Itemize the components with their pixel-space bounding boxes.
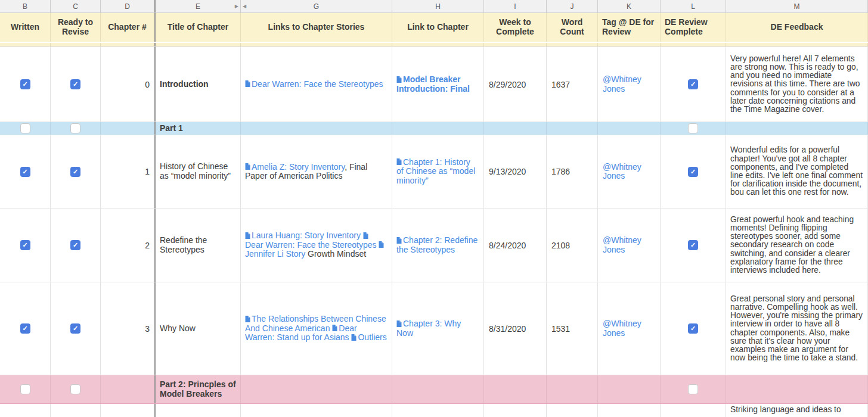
collapse-column-left-icon[interactable]: ◀ bbox=[243, 4, 246, 9]
cell-ready-to-revise-checkbox[interactable]: ✓ bbox=[51, 47, 101, 122]
cell-links[interactable]: Laura Huang: Story Inventory Dear Warren… bbox=[241, 208, 392, 282]
chapter-story-link[interactable]: Amelia Z: Story Inventory bbox=[245, 162, 345, 172]
cell-de-feedback[interactable]: Striking language and ideas to bbox=[726, 404, 868, 417]
cell-de-review-complete-checkbox[interactable] bbox=[661, 122, 726, 135]
cell-reviewer-tag[interactable] bbox=[598, 122, 661, 135]
cell-ready-to-revise-checkbox[interactable] bbox=[51, 122, 101, 135]
cell-reviewer-tag[interactable]: @Whitney Jones bbox=[598, 47, 661, 122]
cell-ready-to-revise-checkbox[interactable]: ✓ bbox=[51, 135, 101, 208]
cell-week-to-complete[interactable]: 8/29/2020 bbox=[484, 47, 547, 122]
written-checkbox[interactable] bbox=[20, 384, 30, 394]
cell-week-to-complete[interactable]: 9/13/2020 bbox=[484, 135, 547, 208]
cell-links[interactable] bbox=[392, 375, 484, 403]
cell-links[interactable]: Model Breaker Introduction: Final bbox=[392, 47, 484, 122]
reviewer-tag-link[interactable]: @Whitney Jones bbox=[603, 319, 656, 338]
chapter-story-link[interactable]: Outliers bbox=[351, 332, 386, 342]
de-review-complete-checkbox[interactable]: ✓ bbox=[688, 167, 698, 177]
cell-chapter-title[interactable] bbox=[154, 404, 241, 417]
column-header-L[interactable]: DE Review Complete bbox=[661, 13, 726, 42]
cell-written-checkbox[interactable]: ✓ bbox=[0, 282, 51, 375]
written-checkbox[interactable] bbox=[20, 123, 30, 133]
cell-chapter-title[interactable]: Introduction bbox=[154, 47, 241, 122]
cell-chapter-number[interactable]: 0 bbox=[101, 47, 154, 122]
collapse-column-right-icon[interactable]: ▶ bbox=[235, 4, 238, 9]
cell-links[interactable] bbox=[241, 404, 392, 417]
cell-word-count[interactable]: 2108 bbox=[547, 208, 598, 282]
cell-week-to-complete[interactable]: 8/31/2020 bbox=[484, 282, 547, 375]
cell-word-count[interactable] bbox=[547, 404, 598, 417]
column-header-K[interactable]: Tag @ DE for Review bbox=[598, 13, 661, 42]
column-header-I[interactable]: Week to Complete bbox=[484, 13, 547, 42]
cell-reviewer-tag[interactable]: @Whitney Jones bbox=[598, 135, 661, 208]
cell-written-checkbox[interactable]: ✓ bbox=[0, 208, 51, 282]
cell-links[interactable] bbox=[392, 404, 484, 417]
cell-de-review-complete-checkbox[interactable] bbox=[661, 404, 726, 417]
cell-chapter-number[interactable] bbox=[101, 375, 154, 403]
cell-de-review-complete-checkbox[interactable]: ✓ bbox=[661, 135, 726, 208]
column-letter-M[interactable]: M bbox=[726, 0, 868, 13]
cell-chapter-number[interactable] bbox=[101, 122, 154, 135]
written-checkbox[interactable]: ✓ bbox=[20, 79, 30, 89]
column-letter-L[interactable]: L bbox=[661, 0, 726, 13]
written-checkbox[interactable]: ✓ bbox=[20, 167, 30, 177]
reviewer-tag-link[interactable]: @Whitney Jones bbox=[603, 236, 656, 254]
column-letter-K[interactable]: K bbox=[598, 0, 661, 13]
cell-word-count[interactable]: 1786 bbox=[547, 135, 598, 208]
column-letter-E[interactable]: E▶ bbox=[154, 0, 241, 13]
de-review-complete-checkbox[interactable]: ✓ bbox=[688, 79, 698, 89]
ready-to-revise-checkbox[interactable]: ✓ bbox=[70, 240, 80, 250]
cell-links[interactable] bbox=[241, 122, 392, 135]
cell-chapter-title[interactable]: Redefine the Stereotypes bbox=[154, 208, 241, 282]
cell-reviewer-tag[interactable] bbox=[598, 375, 661, 403]
column-header-M[interactable]: DE Feedback bbox=[726, 13, 868, 42]
chapter-story-link[interactable]: The Relationships Between Chinese And Ch… bbox=[245, 314, 386, 333]
column-letter-H[interactable]: H bbox=[392, 0, 484, 13]
cell-de-review-complete-checkbox[interactable]: ✓ bbox=[661, 47, 726, 122]
column-letter-J[interactable]: J bbox=[547, 0, 598, 13]
cell-reviewer-tag[interactable] bbox=[598, 404, 661, 417]
written-checkbox[interactable]: ✓ bbox=[20, 240, 30, 250]
column-header-G[interactable]: Links to Chapter Stories bbox=[241, 13, 392, 42]
column-letter-C[interactable]: C bbox=[51, 0, 101, 13]
de-review-complete-checkbox[interactable]: ✓ bbox=[688, 323, 698, 334]
column-header-E[interactable]: Title of Chapter bbox=[154, 13, 241, 42]
cell-reviewer-tag[interactable]: @Whitney Jones bbox=[598, 282, 661, 375]
cell-de-feedback[interactable] bbox=[726, 122, 868, 135]
column-header-D[interactable]: Chapter # bbox=[101, 13, 154, 42]
cell-ready-to-revise-checkbox[interactable] bbox=[51, 404, 101, 417]
cell-chapter-number[interactable]: 3 bbox=[101, 282, 154, 375]
chapter-document-link[interactable]: Chapter 3: Why Now bbox=[396, 319, 461, 338]
cell-word-count[interactable]: 1531 bbox=[547, 282, 598, 375]
cell-de-feedback[interactable]: Very powerful here! All 7 elements are s… bbox=[726, 47, 868, 122]
column-letter-D[interactable]: D bbox=[101, 0, 154, 13]
cell-links[interactable] bbox=[392, 122, 484, 135]
chapter-story-link[interactable]: Dear Warren: Face the Stereotypes bbox=[245, 79, 383, 89]
cell-chapter-title[interactable]: Part 1 bbox=[154, 122, 241, 135]
column-header-B[interactable]: Written bbox=[0, 13, 51, 42]
cell-written-checkbox[interactable]: ✓ bbox=[0, 47, 51, 122]
ready-to-revise-checkbox[interactable]: ✓ bbox=[70, 323, 80, 334]
written-checkbox[interactable]: ✓ bbox=[20, 323, 30, 334]
cell-chapter-title[interactable]: Why Now bbox=[154, 282, 241, 375]
cell-word-count[interactable]: 1637 bbox=[547, 47, 598, 122]
column-letter-B[interactable]: B bbox=[0, 0, 51, 13]
cell-chapter-number[interactable]: 1 bbox=[101, 135, 154, 208]
de-review-complete-checkbox[interactable] bbox=[688, 123, 698, 133]
de-review-complete-checkbox[interactable] bbox=[688, 384, 698, 394]
cell-written-checkbox[interactable] bbox=[0, 122, 51, 135]
cell-de-review-complete-checkbox[interactable] bbox=[661, 375, 726, 403]
cell-links[interactable]: Chapter 3: Why Now bbox=[392, 282, 484, 375]
cell-reviewer-tag[interactable]: @Whitney Jones bbox=[598, 208, 661, 282]
cell-chapter-number[interactable] bbox=[101, 404, 154, 417]
column-header-J[interactable]: Word Count bbox=[547, 13, 598, 42]
cell-ready-to-revise-checkbox[interactable] bbox=[51, 375, 101, 403]
cell-chapter-title[interactable]: Part 2: Princples of Model Breakers bbox=[154, 375, 241, 403]
reviewer-tag-link[interactable]: @Whitney Jones bbox=[603, 75, 656, 94]
cell-links[interactable]: Dear Warren: Face the Stereotypes bbox=[241, 47, 392, 122]
column-letter-I[interactable]: I bbox=[484, 0, 547, 13]
cell-links[interactable]: Amelia Z: Story Inventory, Final Paper o… bbox=[241, 135, 392, 208]
cell-de-feedback[interactable]: Great powerful hook and teaching moments… bbox=[726, 208, 868, 282]
cell-links[interactable]: Chapter 2: Redefine the Stereotypes bbox=[392, 208, 484, 282]
cell-de-feedback[interactable]: Great personal story and personal narrat… bbox=[726, 282, 868, 375]
cell-chapter-number[interactable]: 2 bbox=[101, 208, 154, 282]
